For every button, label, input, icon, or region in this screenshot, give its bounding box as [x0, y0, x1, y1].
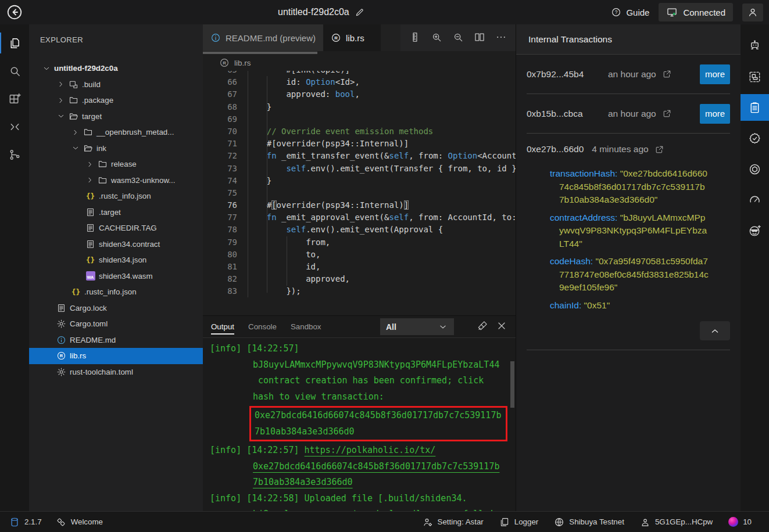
external-link-icon[interactable]	[663, 109, 671, 118]
activity-button-gauge[interactable]	[741, 186, 769, 213]
svg-text:R: R	[334, 35, 338, 41]
avatar-button[interactable]	[742, 3, 763, 21]
close-panel-button[interactable]	[496, 320, 507, 333]
tree-item-shiden34-wasm[interactable]: WAshiden34.wasm	[29, 268, 203, 285]
back-arrow-icon	[6, 3, 23, 21]
database-icon	[9, 517, 20, 527]
tree-item--target[interactable]: .target	[29, 204, 203, 221]
guide-label: Guide	[626, 8, 649, 17]
breadcrumb: R lib.rs	[203, 55, 516, 71]
ruler-button[interactable]	[409, 31, 421, 45]
folder-open-icon	[83, 143, 93, 153]
tree-item--openbrush-metad-[interactable]: __openbrush_metad...	[29, 124, 203, 141]
status-item-setting-astar[interactable]: Setting: Astar	[423, 517, 484, 527]
output-scrollbar[interactable]	[510, 361, 514, 408]
activity-button-robot[interactable]	[741, 33, 769, 59]
code-line: 69	[203, 113, 516, 125]
tree-item-release[interactable]: release	[29, 156, 203, 172]
log-link[interactable]: https://polkaholic.io/tx/	[305, 445, 436, 455]
person-gear-icon	[423, 517, 433, 527]
output-tab-output[interactable]: Output	[211, 316, 234, 338]
output-log[interactable]: [info] [14:22:57]bJ8uyvLAMmxcMPpywvqV9P8…	[203, 338, 516, 511]
back-button[interactable]	[6, 3, 23, 23]
zoom-in-button[interactable]	[431, 31, 442, 45]
tree-item-untitled-f29d2c0a[interactable]: untitled-f29d2c0a	[29, 60, 203, 77]
activity-button-openai[interactable]	[741, 156, 769, 182]
title-bar: untitled-f29d2c0a ? Guide Connected	[0, 0, 769, 24]
layout-add-icon	[8, 92, 22, 106]
activity-button-clipboard[interactable]	[741, 94, 769, 121]
more-button[interactable]: more	[700, 104, 730, 124]
chevron-right-icon	[56, 80, 66, 89]
tree-item-cargo-lock[interactable]: Cargo.lock	[29, 300, 203, 317]
monitor-icon	[666, 6, 678, 18]
output-tab-sandbox[interactable]: Sandbox	[291, 316, 321, 338]
tree-item-readme-md[interactable]: README.md	[29, 332, 203, 348]
status-item-10[interactable]: 10	[728, 517, 752, 527]
tree-item--rustc-info-json[interactable]: {}.rustc_info.json	[29, 284, 203, 300]
activity-button-search[interactable]	[0, 57, 29, 85]
activity-button-layout-add[interactable]	[0, 85, 29, 113]
rust-icon: R	[56, 351, 66, 361]
activity-button-branch[interactable]	[0, 141, 29, 168]
code-line: 82 approved,	[203, 273, 516, 285]
log-filter-select[interactable]: All	[380, 318, 454, 335]
handshake-icon	[56, 517, 66, 527]
status-bar-right: Setting: AstarLoggerShibuya Testnet5G1GE…	[423, 517, 752, 527]
tree-item-wasm32-unknow-[interactable]: wasm32-unknow...	[29, 172, 203, 189]
ellipsis-button[interactable]	[495, 31, 507, 45]
activity-button-group-select[interactable]	[741, 63, 769, 90]
connected-button[interactable]: Connected	[659, 3, 733, 21]
tab-scrollbar[interactable]	[203, 51, 516, 55]
activity-button-files[interactable]	[0, 29, 29, 57]
log-link[interactable]: 7b10ab384a3e3d366d0	[253, 477, 353, 487]
tree-item-ink[interactable]: ink	[29, 141, 203, 157]
external-link-icon[interactable]	[663, 70, 671, 78]
activity-button-badge-check[interactable]	[741, 125, 769, 152]
activity-button-cool-face[interactable]	[741, 217, 769, 244]
tree-item--rustc-info-json[interactable]: {}.rustc_info.json	[29, 188, 203, 204]
guide-button[interactable]: ? Guide	[611, 7, 649, 17]
chevron-right-icon	[85, 160, 95, 169]
log-link[interactable]: 0xe27bdcd6416d66074c845b8f36d01717db7c7c…	[253, 461, 499, 472]
external-link-icon[interactable]	[655, 145, 664, 154]
tree-item-lib-rs[interactable]: Rlib.rs	[29, 348, 203, 364]
more-button[interactable]: more	[700, 64, 730, 84]
highlighted-tx-hash[interactable]: 0xe27bdcd6416d66074c845b8f36d01717db7c7c…	[249, 406, 507, 441]
code-line: 67 approved: bool,	[203, 88, 516, 100]
log-line: contract creation has been confirmed; cl…	[203, 373, 516, 389]
tx-detail-row: codeHash: "0x7a95f4970581c5950fda7771874…	[550, 255, 709, 294]
info-icon	[56, 335, 66, 345]
output-tab-console[interactable]: Console	[248, 316, 277, 338]
transaction-row: 0xe27b...66d04 minutes ago	[527, 134, 730, 165]
clear-log-button[interactable]	[477, 320, 488, 333]
status-item-logger[interactable]: Logger	[499, 517, 539, 527]
tree-item-target[interactable]: target	[29, 109, 203, 125]
split-editor-button[interactable]	[474, 31, 485, 45]
status-item-2-1-7[interactable]: 2.1.7	[9, 517, 42, 527]
pencil-icon	[355, 7, 365, 17]
tree-item-cargo-toml[interactable]: Cargo.toml	[29, 316, 203, 332]
code-line: 81 id,	[203, 261, 516, 273]
tree-item-shiden34-contract[interactable]: shiden34.contract	[29, 236, 203, 253]
folder-icon	[83, 127, 93, 137]
status-item-welcome[interactable]: Welcome	[56, 517, 103, 527]
log-line: [info] [14:22:57] https://polkaholic.io/…	[203, 443, 516, 459]
zoom-out-button[interactable]	[452, 31, 464, 45]
status-item-shibuya-testnet[interactable]: Shibuya Testnet	[554, 517, 624, 527]
tree-item-cachedir-tag[interactable]: CACHEDIR.TAG	[29, 220, 203, 236]
chevron-down-icon	[42, 64, 51, 73]
activity-button-collapse[interactable]	[0, 113, 29, 141]
collapse-button[interactable]	[700, 321, 730, 340]
log-line: 7b10ab384a3e3d366d0	[203, 475, 516, 491]
rename-button[interactable]	[355, 7, 365, 17]
tree-item--package[interactable]: .package	[29, 92, 203, 109]
tab-lib-rs[interactable]: Rlib.rs	[323, 24, 381, 51]
status-item-5g1gep-hcpw[interactable]: 5G1GEp...HCpw	[640, 517, 713, 527]
tree-item-rust-toolchain-toml[interactable]: rust-toolchain.toml	[29, 364, 203, 380]
tree-item-shiden34-json[interactable]: {}shiden34.json	[29, 252, 203, 268]
zoom-in-icon	[431, 31, 442, 43]
tab-readme-md-preview-[interactable]: README.md (preview)	[203, 24, 323, 51]
code-editor[interactable]: 65 #[ink(topic)]66 id: Option<Id>,67 app…	[203, 71, 516, 315]
tree-item--build[interactable]: .build	[29, 77, 203, 93]
